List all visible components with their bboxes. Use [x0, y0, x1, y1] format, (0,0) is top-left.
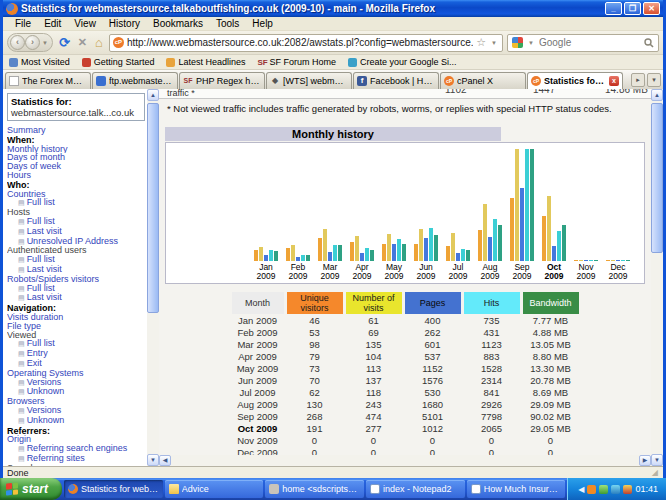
sidebar-item-robots-spiders-visitors[interactable]: Robots/Spiders visitors: [7, 275, 145, 284]
sidebar-item-unknown[interactable]: ▤Unknown: [7, 387, 145, 397]
restore-button[interactable]: ❐: [624, 2, 641, 15]
update-icon[interactable]: [623, 485, 632, 494]
scrollbar-thumb[interactable]: [147, 103, 159, 313]
sidebar-item-browsers[interactable]: Browsers: [7, 397, 145, 406]
menu-tools[interactable]: Tools: [210, 18, 245, 29]
tab-cpanel-x[interactable]: cPcPanel X: [440, 72, 526, 89]
sidebar-item-referring-sites[interactable]: ▤Referring sites: [7, 454, 145, 464]
sidebar-item-versions[interactable]: ▤Versions: [7, 406, 145, 416]
tab-close-icon[interactable]: x: [609, 76, 619, 86]
taskbar-item[interactable]: How Much Insuran...: [467, 480, 566, 498]
tab-facebook-home[interactable]: fFacebook | Home: [353, 72, 439, 89]
scroll-up-icon[interactable]: ▲: [147, 89, 159, 101]
scroll-right-icon[interactable]: ▶: [639, 455, 651, 466]
scroll-down-icon[interactable]: ▼: [651, 454, 663, 466]
sidebar-item-monthly-history[interactable]: Monthly history: [7, 145, 145, 154]
tray-app-icon[interactable]: [587, 485, 596, 494]
tab-php-regex-help-s-[interactable]: SFPHP Regex help? - S...: [179, 72, 265, 89]
menu-file[interactable]: File: [9, 18, 37, 29]
resize-grip[interactable]: ◢: [652, 468, 659, 477]
refresh-button[interactable]: ⟳: [57, 36, 72, 49]
menu-bookmarks[interactable]: Bookmarks: [147, 18, 209, 29]
sidebar-item-summary[interactable]: Summary: [7, 126, 145, 135]
taskbar-item[interactable]: Statistics for webm...: [64, 480, 163, 498]
home-button[interactable]: ⌂: [93, 36, 105, 49]
list-bullet-icon: ▤: [18, 360, 25, 367]
sidebar-item-unknown[interactable]: ▤Unknown: [7, 416, 145, 426]
search-magnifier-icon[interactable]: [644, 38, 654, 48]
sidebar-item-full-list[interactable]: ▤Full list: [7, 217, 145, 227]
tab-the-forex-market[interactable]: The Forex Market: [5, 72, 91, 89]
taskbar-item[interactable]: Advice: [165, 480, 264, 498]
sidebar-item-file-type[interactable]: File type: [7, 322, 145, 331]
table-row: Sep 20092684745101779890.02 MB: [232, 411, 579, 422]
menu-edit[interactable]: Edit: [38, 18, 67, 29]
tab--wts-webmasterso-[interactable]: ◆[WTS] webmasterso...: [266, 72, 352, 89]
history-dropdown-icon[interactable]: ▼: [40, 40, 50, 46]
close-button[interactable]: ✕: [643, 2, 660, 15]
main-horizontal-scrollbar[interactable]: ◀ ▶: [159, 455, 651, 466]
sidebar-item-days-of-month[interactable]: Days of month: [7, 153, 145, 162]
sidebar-item-days-of-week[interactable]: Days of week: [7, 162, 145, 171]
sidebar-item-full-list[interactable]: ▤Full list: [7, 255, 145, 265]
list-all-tabs-icon[interactable]: ▾: [647, 73, 661, 87]
network-icon[interactable]: [611, 485, 620, 494]
sidebar-item-entry[interactable]: ▤Entry: [7, 349, 145, 359]
sidebar-item-operating-systems[interactable]: Operating Systems: [7, 369, 145, 378]
menu-view[interactable]: View: [68, 18, 102, 29]
sidebar-item-viewed[interactable]: Viewed: [7, 331, 145, 340]
scroll-up-icon[interactable]: ▲: [651, 89, 663, 101]
scrollbar-thumb[interactable]: [651, 103, 663, 253]
sidebar-item-last-visit[interactable]: ▤Last visit: [7, 265, 145, 275]
main-scrollbar[interactable]: ▲ ▼: [651, 89, 663, 466]
table-cell: 601: [405, 339, 461, 350]
bookmark-item[interactable]: Most Visited: [9, 57, 70, 67]
sidebar-item-full-list[interactable]: ▤Full list: [7, 284, 145, 294]
stop-button[interactable]: ✕: [76, 36, 89, 49]
sidebar-item-exit[interactable]: ▤Exit: [7, 359, 145, 369]
tab-ftp-webmastersourc-[interactable]: ftp.webmastersourc...: [92, 72, 178, 89]
tray-chevron-icon[interactable]: ◀: [578, 485, 584, 494]
sidebar-item-last-visit[interactable]: ▤Last visit: [7, 293, 145, 303]
bar-hits: [621, 260, 625, 261]
clock[interactable]: 01:41: [635, 484, 658, 494]
sidebar-item-last-visit[interactable]: ▤Last visit: [7, 227, 145, 237]
bookmark-item[interactable]: Getting Started: [82, 57, 155, 67]
sidebar-item-full-list[interactable]: ▤Full list: [7, 339, 145, 349]
scroll-left-icon[interactable]: ◀: [159, 455, 171, 466]
start-button[interactable]: start: [0, 478, 62, 500]
sidebar-item-authenticated-users[interactable]: Authenticated users: [7, 246, 145, 255]
bookmark-item[interactable]: Create your Google Si...: [348, 57, 457, 67]
search-bar[interactable]: ▼: [507, 34, 659, 52]
taskbar-item[interactable]: index - Notepad2: [366, 480, 465, 498]
sidebar-item-countries[interactable]: Countries: [7, 190, 145, 199]
search-input[interactable]: [539, 37, 641, 48]
sidebar-item-referring-search-engines[interactable]: ▤Referring search engines: [7, 444, 145, 454]
back-button[interactable]: ‹: [10, 35, 25, 50]
sidebar-item-hosts[interactable]: Hosts: [7, 208, 145, 217]
menu-history[interactable]: History: [103, 18, 146, 29]
sidebar-item-full-list[interactable]: ▤Full list: [7, 198, 145, 208]
url-input[interactable]: [127, 37, 473, 48]
bookmark-item[interactable]: Latest Headlines: [166, 57, 245, 67]
url-dropdown-icon[interactable]: ▼: [489, 40, 499, 46]
minimize-button[interactable]: _: [605, 2, 622, 15]
google-engine-icon[interactable]: [512, 37, 523, 48]
volume-icon[interactable]: [599, 485, 608, 494]
sidebar-item-origin[interactable]: Origin: [7, 435, 145, 444]
tab-scroll-right-icon[interactable]: ▸: [631, 73, 645, 87]
bookmark-star-icon[interactable]: ☆: [476, 36, 486, 49]
search-engine-dropdown-icon[interactable]: ▼: [526, 40, 536, 46]
forward-button[interactable]: ›: [25, 35, 40, 50]
sidebar-scrollbar[interactable]: ▲ ▼: [147, 89, 159, 466]
sidebar-item-unresolved-ip-address[interactable]: ▤Unresolved IP Address: [7, 237, 145, 247]
taskbar-item[interactable]: home <sdscriptsal...: [265, 480, 364, 498]
sidebar-item-visits-duration[interactable]: Visits duration: [7, 313, 145, 322]
url-bar[interactable]: cP ☆ ▼: [109, 34, 503, 52]
sidebar-item-hours[interactable]: Hours: [7, 171, 145, 180]
menu-help[interactable]: Help: [246, 18, 279, 29]
bookmark-item[interactable]: SFSF Forum Home: [257, 57, 336, 67]
scroll-down-icon[interactable]: ▼: [147, 454, 159, 466]
sidebar-item-versions[interactable]: ▤Versions: [7, 378, 145, 388]
tab-statistics-for-[interactable]: cPStatistics for ...x: [527, 72, 623, 89]
